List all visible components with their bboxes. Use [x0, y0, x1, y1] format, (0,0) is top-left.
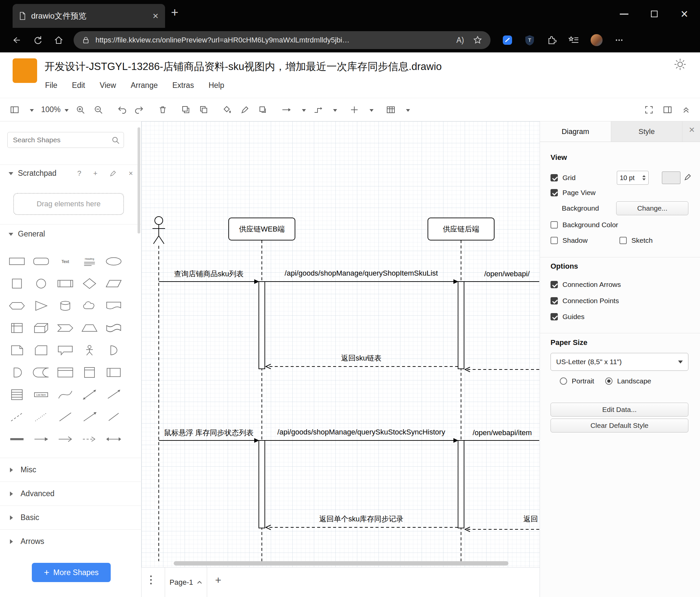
shape-heading[interactable]: Heading: [77, 250, 101, 272]
grid-color-swatch[interactable]: [662, 171, 680, 184]
collapse-toolbar-button[interactable]: [681, 105, 691, 114]
shape-callout[interactable]: [53, 339, 77, 361]
return-from-external-2[interactable]: 返回: [465, 515, 539, 532]
fullscreen-button[interactable]: [644, 105, 654, 114]
page-tab[interactable]: Page-1: [165, 568, 207, 597]
grid-size-input[interactable]: 10 pt: [617, 171, 649, 185]
shape-tape[interactable]: [101, 317, 126, 339]
message-hover-stock-sync[interactable]: 鼠标悬浮 库存同步状态列表: [159, 429, 259, 443]
guides-checkbox[interactable]: [551, 313, 558, 320]
browser-menu-icon[interactable]: [614, 35, 624, 45]
more-shapes-button[interactable]: + More Shapes: [32, 563, 111, 582]
grid-checkbox[interactable]: [551, 174, 558, 182]
connection-arrows-checkbox[interactable]: [551, 281, 558, 288]
home-icon[interactable]: [54, 35, 64, 45]
favorites-hub-icon[interactable]: [568, 35, 579, 45]
sketch-checkbox[interactable]: [620, 237, 627, 244]
zoom-out-button[interactable]: [94, 105, 103, 114]
shape-link[interactable]: [5, 428, 29, 450]
page-view-checkbox[interactable]: [551, 189, 558, 196]
shape-dashed-line[interactable]: [5, 406, 29, 428]
format-panel-toggle-button[interactable]: [663, 105, 672, 114]
add-page-icon[interactable]: +: [215, 575, 221, 586]
shape-rounded-rectangle[interactable]: [29, 250, 53, 272]
return-sku-list[interactable]: 返回sku链表: [266, 354, 458, 369]
shape-or[interactable]: [101, 339, 126, 361]
shape-cloud[interactable]: [77, 294, 101, 317]
shape-step[interactable]: [53, 317, 77, 339]
shape-document[interactable]: [101, 294, 126, 317]
message-open-webapi[interactable]: /open/webapi/: [464, 270, 539, 282]
landscape-radio[interactable]: [605, 378, 612, 385]
message-open-webapi-item[interactable]: /open/webapi/item: [464, 429, 539, 440]
section-misc[interactable]: Misc: [0, 458, 142, 482]
shape-data-storage[interactable]: [29, 361, 53, 383]
refresh-icon[interactable]: [32, 35, 43, 45]
shape-text[interactable]: Text: [53, 250, 77, 272]
fill-color-button[interactable]: [222, 105, 232, 114]
connection-style-caret-icon[interactable]: [302, 109, 306, 114]
section-arrows[interactable]: Arrows: [0, 529, 142, 553]
scratchpad-header[interactable]: Scratchpad ? + ×: [0, 165, 142, 182]
section-basic[interactable]: Basic: [0, 505, 142, 529]
shape-container[interactable]: [53, 361, 77, 383]
shape-parallelogram[interactable]: [101, 272, 126, 294]
extensions-puzzle-icon[interactable]: [546, 35, 557, 45]
actor-shape[interactable]: [152, 217, 165, 244]
shape-diamond[interactable]: [77, 272, 101, 294]
insert-button[interactable]: [350, 105, 359, 114]
line-color-button[interactable]: [240, 105, 250, 114]
menu-file[interactable]: File: [45, 81, 57, 90]
maximize-icon[interactable]: [651, 10, 657, 17]
shape-rectangle[interactable]: [5, 250, 29, 272]
shape-bidirectional-arrow[interactable]: [77, 383, 101, 406]
scratchpad-drop-zone[interactable]: Drag elements here: [13, 193, 124, 215]
shape-curve[interactable]: [53, 383, 77, 406]
zoom-caret-icon[interactable]: [65, 109, 69, 114]
shape-dashed-arrow[interactable]: [77, 428, 101, 450]
close-icon[interactable]: ×: [681, 8, 688, 20]
view-panels-button[interactable]: [10, 105, 19, 114]
format-panel-close-icon[interactable]: ×: [689, 125, 695, 135]
waypoint-style-caret-icon[interactable]: [333, 109, 337, 114]
shape-arrow-right[interactable]: [29, 428, 53, 450]
tab-diagram[interactable]: Diagram: [540, 121, 611, 142]
section-general[interactable]: General: [0, 224, 142, 243]
shape-triangle[interactable]: [29, 294, 53, 317]
table-caret-icon[interactable]: [406, 109, 410, 114]
browser-tab[interactable]: drawio文件预览 ×: [12, 4, 165, 28]
shape-note[interactable]: [5, 339, 29, 361]
menu-view[interactable]: View: [100, 81, 116, 90]
back-icon[interactable]: [11, 35, 21, 45]
stepper-icon[interactable]: [642, 173, 646, 182]
scratchpad-close-icon[interactable]: ×: [129, 170, 133, 177]
shape-arrow[interactable]: [101, 383, 126, 406]
diagram-canvas[interactable]: 供应链WEB端 供应链后端 查询店铺商品sku列表 /api/goods/sho…: [142, 121, 540, 567]
message-api-query-sku-stock-sync-history[interactable]: /api/goods/shopManage/querySkuStockSyncH…: [265, 428, 458, 443]
shape-open-arrow[interactable]: [53, 428, 77, 450]
read-aloud-icon[interactable]: A): [456, 36, 464, 45]
minimize-icon[interactable]: [620, 14, 628, 15]
participant-web[interactable]: 供应链WEB端: [229, 218, 295, 240]
connection-points-checkbox[interactable]: [551, 297, 558, 305]
shape-list-item[interactable]: List Item: [29, 383, 53, 406]
shape-actor[interactable]: [77, 339, 101, 361]
message-query-sku-list[interactable]: 查询店铺商品sku列表: [159, 270, 259, 284]
shape-internal-storage[interactable]: [5, 317, 29, 339]
shape-and[interactable]: [5, 361, 29, 383]
shape-list[interactable]: [5, 383, 29, 406]
tab-close-icon[interactable]: ×: [152, 11, 158, 21]
shape-process[interactable]: [53, 272, 77, 294]
favorite-star-icon[interactable]: [473, 35, 482, 45]
shape-horizontal-container[interactable]: [101, 361, 126, 383]
shape-directional-arrow[interactable]: [77, 406, 101, 428]
edit-data-button[interactable]: Edit Data...: [551, 403, 689, 416]
return-single-sku-record[interactable]: 返回单个sku库存同步记录: [266, 515, 458, 530]
waypoint-style-button[interactable]: [313, 105, 323, 114]
shield-extension-icon[interactable]: T: [524, 34, 535, 46]
scratchpad-edit-icon[interactable]: [109, 170, 117, 177]
paper-size-select[interactable]: US-Letter (8,5" x 11"): [551, 353, 689, 371]
tab-style[interactable]: Style: [611, 121, 682, 142]
message-api-query-shop-item-sku-list[interactable]: /api/goods/shopManage/queryShopItemSkuLi…: [265, 269, 458, 284]
redo-button[interactable]: [135, 105, 144, 114]
